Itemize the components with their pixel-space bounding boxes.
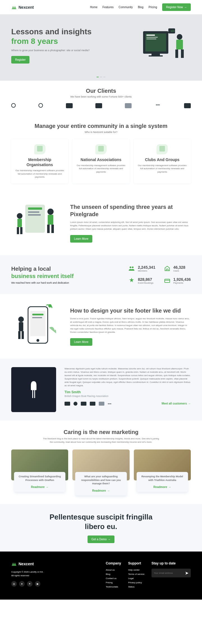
svg-rect-27 bbox=[165, 279, 170, 283]
youtube-icon[interactable]: ▶ bbox=[35, 581, 40, 587]
twitter-icon[interactable]: ✦ bbox=[27, 581, 33, 587]
footer-link[interactable]: Help center bbox=[128, 569, 144, 571]
stats-grid: 2,245,341Members 46,328Clubs 828,867Even… bbox=[128, 265, 191, 284]
footer-link[interactable]: Testimonials bbox=[106, 586, 121, 588]
nav-blog[interactable]: Blog bbox=[138, 6, 143, 9]
learn-more-button[interactable]: Learn More bbox=[70, 235, 92, 243]
email-input[interactable] bbox=[154, 572, 185, 574]
blog-box: What are your safeguarding responsibilit… bbox=[75, 472, 127, 496]
footer-link[interactable]: Legal bbox=[128, 577, 144, 580]
logo[interactable]: Nexcent bbox=[11, 5, 34, 10]
footer-link[interactable]: Terms of service bbox=[128, 573, 144, 575]
readmore-link[interactable]: Readmore → bbox=[92, 489, 110, 492]
svg-rect-19 bbox=[17, 227, 19, 234]
dot[interactable] bbox=[103, 77, 105, 77]
footer-link[interactable]: Pricing bbox=[106, 581, 121, 584]
client-logo-mini bbox=[65, 402, 70, 406]
nav-home[interactable]: Home bbox=[90, 6, 98, 9]
svg-rect-15 bbox=[28, 211, 39, 213]
client-logo-mini: ∞∞ bbox=[108, 402, 111, 405]
blog-box: Creating Streamlined Safeguarding Proces… bbox=[14, 472, 65, 492]
footer-link[interactable]: Contact us bbox=[106, 577, 121, 580]
clubs-icon bbox=[164, 265, 171, 272]
nav-features[interactable]: Features bbox=[102, 6, 113, 9]
register-now-button[interactable]: Register Now → bbox=[162, 3, 191, 11]
register-button[interactable]: Register bbox=[11, 56, 29, 64]
blog-card[interactable]: Revamping the Membership Model with Tria… bbox=[134, 449, 191, 496]
people-icon bbox=[34, 144, 45, 154]
footer: Nexcent Copyright © 2020 Landify UI Kit.… bbox=[0, 552, 202, 600]
arrow-right-icon: → bbox=[188, 402, 191, 405]
svg-rect-2 bbox=[146, 35, 155, 36]
svg-rect-10 bbox=[181, 49, 184, 58]
nav: Home Features Community Blog Pricing Reg… bbox=[90, 3, 191, 11]
arrow-right-icon: → bbox=[108, 538, 111, 541]
testimonial-body: Maecenas dignissim justo eget nulla rutr… bbox=[65, 367, 191, 387]
blog-box: Revamping the Membership Model with Tria… bbox=[137, 472, 188, 492]
dot-active[interactable] bbox=[97, 77, 99, 77]
stats-section: Helping a localbusiness reinvent itself … bbox=[0, 255, 202, 294]
rights: All rights reserved bbox=[11, 574, 43, 577]
card-membership: Membership OrganisationsOur membership m… bbox=[11, 139, 68, 184]
hero-subtitle: Where to grow your business as a photogr… bbox=[11, 49, 91, 52]
svg-rect-1 bbox=[145, 33, 166, 51]
client-logo bbox=[184, 103, 191, 108]
blog-card[interactable]: Creating Streamlined Safeguarding Proces… bbox=[11, 449, 68, 496]
carousel-dots bbox=[0, 73, 202, 81]
client-logo bbox=[125, 103, 132, 108]
blog-cards-row: Creating Streamlined Safeguarding Proces… bbox=[11, 449, 191, 496]
clients-section: Our Clients We have been working with so… bbox=[0, 81, 202, 115]
learn-more-button[interactable]: Learn More bbox=[70, 338, 92, 346]
blog-desc: The Nextcent blog is the best place to r… bbox=[42, 437, 160, 444]
svg-rect-14 bbox=[28, 207, 42, 210]
footer-design-section: How to design your site footer like we d… bbox=[0, 294, 202, 359]
testimonial-name: Tim Smith bbox=[65, 390, 191, 394]
footer-link[interactable]: Privacy policy bbox=[128, 581, 144, 584]
instagram-icon[interactable]: ◎ bbox=[11, 581, 17, 587]
manage-title: Manage your entire community in a single… bbox=[11, 122, 191, 130]
clients-row: ∞∞ bbox=[11, 103, 191, 108]
meet-customers-link[interactable]: Meet all customers → bbox=[162, 402, 191, 405]
stat-bookings: 828,867Event Bookings bbox=[128, 277, 155, 284]
footer-left: Nexcent Copyright © 2020 Landify UI Kit.… bbox=[11, 561, 43, 590]
blog-title: Caring is the new marketing bbox=[11, 429, 191, 435]
bookings-icon bbox=[128, 277, 135, 284]
svg-rect-23 bbox=[47, 225, 50, 233]
svg-rect-37 bbox=[22, 331, 24, 339]
client-logo-mini bbox=[74, 402, 77, 406]
stats-title: Helping a localbusiness reinvent itself bbox=[11, 265, 74, 280]
dribbble-icon[interactable]: ● bbox=[19, 581, 25, 587]
client-logo bbox=[38, 103, 43, 108]
readmore-link[interactable]: Readmore → bbox=[31, 485, 49, 489]
svg-point-17 bbox=[17, 213, 22, 219]
svg-rect-4 bbox=[146, 39, 156, 39]
footer-design-illustration bbox=[11, 302, 62, 350]
footer-link[interactable]: Status bbox=[128, 586, 144, 588]
footer-link[interactable]: About us bbox=[106, 569, 121, 571]
svg-rect-22 bbox=[48, 215, 53, 225]
copyright: Copyright © 2020 Landify UI Kit. bbox=[11, 571, 43, 573]
pixelgrade-desc: Lorem ipsum dolor sit amet, consectetur … bbox=[70, 221, 191, 231]
hero-title: Lessons and insightsfrom 8 years bbox=[11, 27, 91, 46]
send-icon[interactable]: ➤ bbox=[185, 570, 189, 576]
svg-rect-24 bbox=[51, 225, 54, 233]
client-logo-mini bbox=[99, 402, 104, 406]
svg-rect-3 bbox=[146, 37, 158, 38]
svg-rect-9 bbox=[175, 49, 178, 58]
footer-logo: Nexcent bbox=[11, 561, 43, 566]
readmore-link[interactable]: Readmore → bbox=[153, 485, 171, 489]
blog-card[interactable]: What are your safeguarding responsibilit… bbox=[72, 449, 129, 496]
hands-icon bbox=[157, 144, 168, 154]
footer-design-text: How to design your site footer like we d… bbox=[70, 307, 191, 346]
stat-clubs: 46,328Clubs bbox=[164, 265, 191, 272]
blog-section: Caring is the new marketing The Nextcent… bbox=[0, 421, 202, 504]
brand-name: Nexcent bbox=[19, 5, 34, 10]
dot[interactable] bbox=[100, 77, 102, 77]
svg-point-26 bbox=[132, 266, 134, 268]
hero-illustration: </> bbox=[140, 26, 191, 65]
nav-community[interactable]: Community bbox=[119, 6, 133, 9]
get-demo-button[interactable]: Get a Demo → bbox=[88, 535, 114, 543]
card-national: National AssociationsOur membership mana… bbox=[72, 139, 129, 184]
nav-pricing[interactable]: Pricing bbox=[148, 6, 157, 9]
footer-link[interactable]: Blog bbox=[106, 573, 121, 575]
